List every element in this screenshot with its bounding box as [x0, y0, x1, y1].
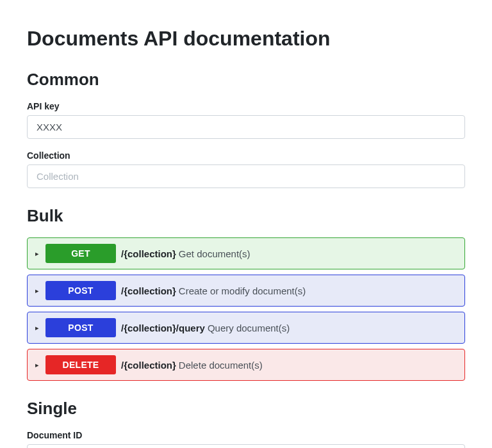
endpoint-desc: Create or modify document(s) [179, 285, 306, 296]
collection-group: Collection [27, 150, 465, 188]
endpoint-get-collection[interactable]: ▸ GET /{collection} Get document(s) [27, 237, 465, 269]
caret-icon: ▸ [34, 287, 40, 295]
single-heading: Single [27, 399, 465, 419]
method-badge: GET [45, 244, 116, 263]
endpoint-post-collection[interactable]: ▸ POST /{collection} Create or modify do… [27, 275, 465, 307]
endpoint-path: /{collection}/query [121, 323, 205, 333]
caret-icon: ▸ [34, 324, 40, 332]
collection-label: Collection [27, 150, 465, 161]
collection-input[interactable] [27, 164, 465, 188]
endpoint-path: /{collection} [121, 248, 176, 259]
document-id-group: Document ID [27, 430, 465, 448]
api-key-input[interactable] [27, 115, 465, 139]
bulk-endpoint-list: ▸ GET /{collection} Get document(s) ▸ PO… [27, 237, 465, 381]
document-id-label: Document ID [27, 430, 465, 440]
method-badge: DELETE [45, 355, 116, 374]
endpoint-path: /{collection} [121, 360, 176, 371]
bulk-heading: Bulk [27, 206, 465, 226]
page-title: Documents API documentation [27, 27, 465, 51]
caret-icon: ▸ [34, 250, 40, 258]
api-key-label: API key [27, 101, 465, 111]
method-badge: POST [45, 281, 116, 300]
section-bulk: Bulk ▸ GET /{collection} Get document(s)… [27, 206, 465, 381]
section-single: Single Document ID [27, 399, 465, 448]
endpoint-delete-collection[interactable]: ▸ DELETE /{collection} Delete document(s… [27, 349, 465, 381]
endpoint-desc: Get document(s) [179, 248, 250, 259]
endpoint-desc: Query document(s) [208, 323, 290, 333]
method-badge: POST [45, 318, 116, 337]
api-key-group: API key [27, 101, 465, 139]
section-common: Common API key Collection [27, 70, 465, 188]
endpoint-path: /{collection} [121, 285, 176, 296]
document-id-input[interactable] [27, 444, 465, 448]
endpoint-desc: Delete document(s) [179, 360, 263, 371]
caret-icon: ▸ [34, 361, 40, 369]
common-heading: Common [27, 70, 465, 90]
endpoint-post-query[interactable]: ▸ POST /{collection}/query Query documen… [27, 312, 465, 344]
